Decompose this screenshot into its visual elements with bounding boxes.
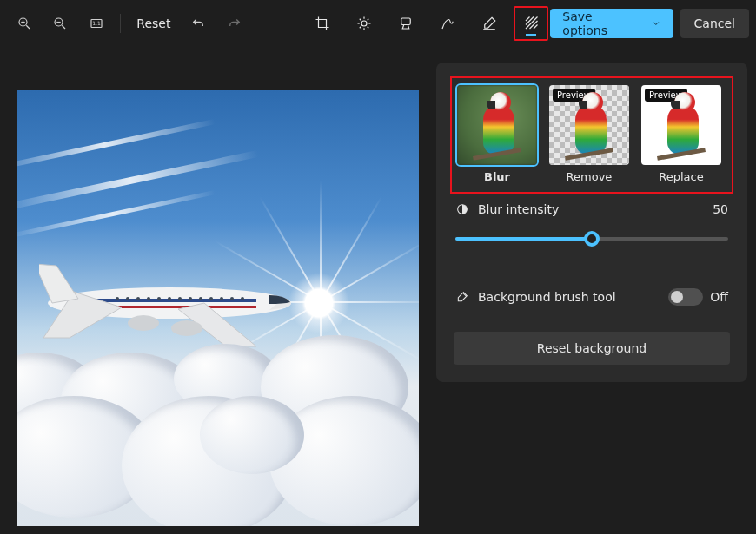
svg-line-17 xyxy=(368,19,369,21)
markup-tool[interactable] xyxy=(430,6,465,41)
chevron-down-icon xyxy=(651,18,661,29)
svg-line-14 xyxy=(360,19,361,21)
panel-divider xyxy=(454,267,730,267)
save-options-button[interactable]: Save options xyxy=(550,9,673,38)
option-label: Replace xyxy=(659,170,703,183)
blur-intensity-icon xyxy=(455,202,469,216)
canvas-decoration xyxy=(17,150,259,211)
redo-icon[interactable] xyxy=(217,6,251,41)
blur-intensity-row: Blur intensity 50 xyxy=(450,194,733,225)
erase-tool[interactable] xyxy=(472,6,507,41)
fit-to-window-icon[interactable]: 1:1 xyxy=(79,6,113,41)
canvas-area xyxy=(0,47,436,534)
svg-rect-18 xyxy=(401,18,411,25)
svg-line-20 xyxy=(526,17,530,22)
option-blur[interactable]: Blur xyxy=(457,85,537,183)
canvas-decoration xyxy=(17,119,216,171)
right-actions: Save options Cancel xyxy=(550,9,749,38)
reset-label: Reset xyxy=(136,16,170,30)
svg-text:1:1: 1:1 xyxy=(92,20,101,26)
background-tool[interactable] xyxy=(514,6,548,41)
toggle-knob xyxy=(671,291,683,303)
tool-group xyxy=(305,6,548,41)
svg-line-21 xyxy=(526,17,534,25)
zoom-out-icon[interactable] xyxy=(43,6,76,41)
undo-icon[interactable] xyxy=(181,6,215,41)
svg-line-24 xyxy=(534,25,538,30)
crop-tool[interactable] xyxy=(305,6,340,41)
save-options-label: Save options xyxy=(562,10,639,37)
blur-intensity-slider[interactable] xyxy=(450,225,733,261)
zoom-in-icon[interactable] xyxy=(7,6,41,41)
background-options: Blur Preview Remove Preview Replace xyxy=(450,76,733,194)
option-replace[interactable]: Preview Replace xyxy=(641,85,721,183)
svg-line-1 xyxy=(26,25,30,29)
slider-track-fill xyxy=(455,237,592,241)
brush-icon xyxy=(455,290,469,304)
option-label: Remove xyxy=(567,170,613,183)
svg-line-5 xyxy=(62,25,65,29)
option-remove-thumb: Preview xyxy=(549,85,629,165)
slider-handle[interactable] xyxy=(584,231,600,247)
brush-tool-row: Background brush tool Off xyxy=(450,280,733,323)
filter-tool[interactable] xyxy=(388,6,423,41)
option-blur-thumb xyxy=(457,85,537,165)
brush-tool-toggle[interactable] xyxy=(668,288,703,306)
cancel-button[interactable]: Cancel xyxy=(680,9,749,38)
reset-background-button[interactable]: Reset background xyxy=(454,332,730,365)
reset-button[interactable]: Reset xyxy=(128,8,179,39)
blur-intensity-label: Blur intensity xyxy=(478,202,559,216)
toolbar-divider xyxy=(120,14,121,33)
brush-tool-state: Off xyxy=(710,290,728,304)
brush-tool-label: Background brush tool xyxy=(478,290,616,304)
workspace: Blur Preview Remove Preview Replace xyxy=(0,47,756,534)
svg-point-9 xyxy=(361,21,367,26)
option-replace-thumb: Preview xyxy=(641,85,721,165)
svg-line-23 xyxy=(530,21,538,29)
cancel-label: Cancel xyxy=(694,16,735,30)
svg-line-15 xyxy=(368,27,369,29)
adjustments-tool[interactable] xyxy=(347,6,381,41)
svg-line-16 xyxy=(360,27,361,29)
option-remove[interactable]: Preview Remove xyxy=(549,85,629,183)
top-toolbar: 1:1 Reset Save options xyxy=(0,0,756,47)
background-panel: Blur Preview Remove Preview Replace xyxy=(436,63,747,382)
reset-background-label: Reset background xyxy=(537,341,647,355)
option-label: Blur xyxy=(484,170,510,183)
blur-intensity-value: 50 xyxy=(713,202,728,216)
canvas-decoration xyxy=(17,300,419,526)
image-canvas[interactable] xyxy=(17,90,419,526)
